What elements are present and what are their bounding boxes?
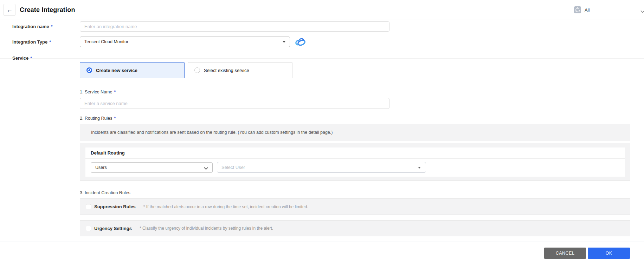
- label-text: 1. Service Name: [80, 90, 112, 94]
- required-asterisk: *: [114, 116, 116, 121]
- footer-separator: [0, 242, 644, 242]
- label-text: 2. Routing Rules: [80, 116, 112, 121]
- label-text: Integration name: [12, 24, 49, 29]
- scope-selector[interactable]: All: [569, 0, 644, 20]
- row-separator: [0, 58, 644, 59]
- cancel-button[interactable]: CANCEL: [544, 248, 586, 259]
- service-name-sublabel: 1. Service Name*: [80, 90, 116, 94]
- routing-info-text: Incidents are classified and notificatio…: [80, 124, 630, 141]
- select-user-placeholder: Select User: [221, 165, 245, 170]
- scope-label: All: [585, 7, 590, 13]
- caret-down-icon: [283, 41, 285, 43]
- radio-selected-icon[interactable]: [86, 67, 92, 73]
- required-asterisk: *: [30, 56, 32, 61]
- target-type-value: Users: [95, 165, 107, 170]
- page-title: Create Integration: [20, 0, 75, 20]
- required-asterisk: *: [51, 24, 53, 29]
- required-asterisk: *: [49, 40, 51, 45]
- routing-target-user-select[interactable]: Select User: [217, 162, 426, 173]
- option-label: Select existing service: [204, 68, 249, 73]
- tencent-cloud-icon: [295, 37, 306, 48]
- page-header: ← Create Integration All: [0, 0, 644, 20]
- chevron-down-icon: [640, 8, 644, 14]
- integration-type-value: Tencent Cloud Monitor: [84, 39, 128, 44]
- urgency-settings-hint: * Classify the urgency of individual inc…: [140, 226, 273, 231]
- incident-creation-rules-sublabel: 3. Incident Creation Rules: [80, 190, 130, 195]
- integration-name-input[interactable]: [80, 21, 389, 32]
- routing-target-type-select[interactable]: Users: [91, 162, 213, 173]
- label-text: Service: [12, 55, 28, 61]
- suppression-rules-hint: * If the matched alerts occur in a row d…: [143, 204, 308, 209]
- suppression-rules-label: Suppression Rules: [94, 204, 136, 209]
- option-create-new-service[interactable]: Create new service: [80, 62, 185, 78]
- radio-unselected-icon[interactable]: [194, 67, 200, 73]
- urgency-settings-checkbox[interactable]: [86, 226, 91, 231]
- required-asterisk: *: [114, 90, 116, 94]
- integration-name-label: Integration name*: [12, 24, 52, 29]
- option-select-existing-service[interactable]: Select existing service: [188, 62, 292, 78]
- urgency-settings-label: Urgency Settings: [94, 226, 132, 231]
- integration-type-select[interactable]: Tencent Cloud Monitor: [80, 37, 290, 47]
- back-arrow-icon: ←: [6, 6, 13, 14]
- caret-down-icon: [418, 167, 421, 169]
- urgency-settings-bar: Urgency Settings * Classify the urgency …: [80, 220, 630, 236]
- option-label: Create new service: [96, 68, 137, 73]
- back-button[interactable]: ←: [4, 4, 15, 16]
- service-label: Service*: [12, 55, 32, 61]
- service-name-input[interactable]: [80, 98, 389, 109]
- routing-info-bar: Incidents are classified and notificatio…: [80, 124, 630, 141]
- chevron-down-icon: [204, 166, 208, 171]
- routing-rules-sublabel: 2. Routing Rules*: [80, 116, 116, 121]
- integration-type-label: Integration Type*: [12, 39, 51, 45]
- suppression-rules-checkbox[interactable]: [86, 204, 91, 209]
- default-routing-title: Default Routing: [85, 147, 625, 159]
- label-text: Integration Type: [12, 39, 47, 45]
- suppression-rules-bar: Suppression Rules * If the matched alert…: [80, 198, 630, 215]
- label-text: 3. Incident Creation Rules: [80, 190, 130, 195]
- org-scope-icon: [574, 6, 581, 13]
- ok-button[interactable]: OK: [588, 248, 630, 259]
